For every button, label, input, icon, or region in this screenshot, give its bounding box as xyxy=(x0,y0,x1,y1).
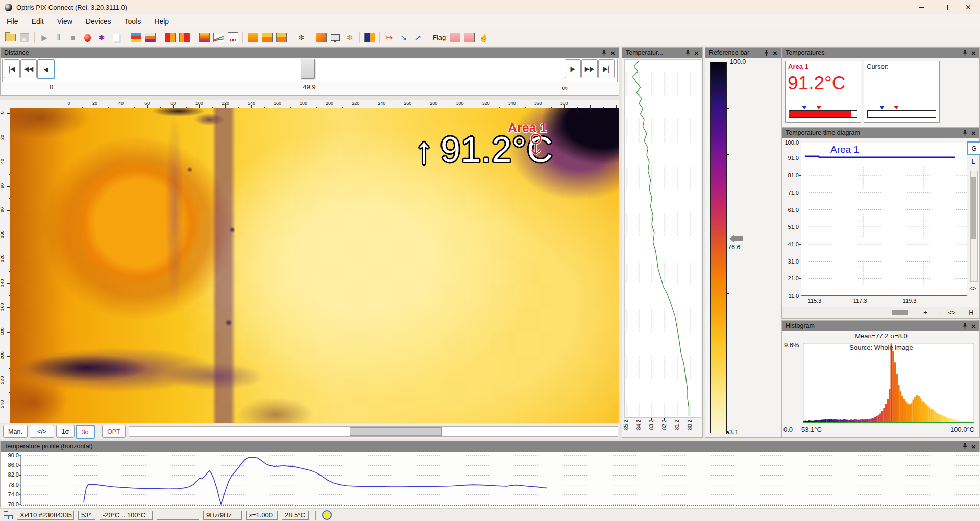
copy-icon[interactable] xyxy=(109,31,122,44)
alarm-bar-icon-1[interactable] xyxy=(260,31,274,44)
close-icon[interactable] xyxy=(969,49,978,57)
temp-range-icon-1[interactable] xyxy=(163,31,177,44)
temp-range-icon-2[interactable] xyxy=(178,31,191,44)
lamp-icon[interactable] xyxy=(322,510,332,520)
distance-panel-header[interactable]: Distance xyxy=(1,48,619,58)
maximize-button[interactable] xyxy=(933,0,957,14)
distance-slider-thumb[interactable] xyxy=(301,59,315,79)
image-tools-icon[interactable]: ✻ xyxy=(343,31,356,44)
close-icon[interactable] xyxy=(969,322,978,330)
temperature-range-field[interactable]: -20°C .. 100°C xyxy=(100,511,153,520)
import-arrow-icon[interactable]: ↘ xyxy=(397,31,410,44)
flag-image-icon[interactable] xyxy=(363,31,376,44)
play-icon[interactable]: ▶ xyxy=(38,31,51,44)
sub-image-icon-1[interactable] xyxy=(448,31,461,44)
record-icon[interactable] xyxy=(81,31,94,44)
reference-bar-header[interactable]: Reference bar xyxy=(705,48,781,58)
minimize-button[interactable] xyxy=(910,0,933,14)
distance-first-button[interactable]: |◀ xyxy=(4,59,20,78)
sub-image-icon-2[interactable] xyxy=(462,31,476,44)
pin-icon[interactable] xyxy=(600,49,608,57)
pin-icon[interactable] xyxy=(961,129,969,137)
global-scaling-button[interactable]: G xyxy=(967,141,980,155)
image-tab-3[interactable]: 3σ xyxy=(76,425,95,439)
menu-view[interactable]: View xyxy=(51,15,79,28)
distance-last-button[interactable]: ▶| xyxy=(598,59,615,78)
open-layout-icon[interactable] xyxy=(4,31,17,44)
menu-help[interactable]: Help xyxy=(148,15,176,28)
diagram-button-H[interactable]: H xyxy=(966,308,977,317)
pin-icon[interactable] xyxy=(961,49,969,57)
distance-forward-button[interactable]: ▶▶ xyxy=(581,59,598,78)
hotspot-arrow-icon: ↑ xyxy=(414,132,433,170)
menu-edit[interactable]: Edit xyxy=(25,15,51,28)
temp-range-icon-2 xyxy=(179,33,190,42)
device-name-field[interactable]: Xi410 #23084335 xyxy=(17,511,74,520)
monitor-icon[interactable] xyxy=(329,31,342,44)
image-scrollbar-thumb[interactable] xyxy=(350,427,442,436)
close-icon[interactable] xyxy=(771,49,779,57)
distance-step-back-button[interactable]: ◀ xyxy=(37,59,55,79)
emissivity-field[interactable]: ε=1.000 xyxy=(246,511,278,520)
close-icon[interactable] xyxy=(608,49,617,57)
isotherm-icon[interactable] xyxy=(314,31,328,44)
diagram-hzoom-button[interactable]: <> xyxy=(967,284,979,292)
hand-tool-icon[interactable]: ☝ xyxy=(477,31,490,44)
pin-icon[interactable] xyxy=(961,322,969,330)
close-icon[interactable] xyxy=(692,49,701,57)
diagram-button-[interactable]: - xyxy=(934,308,945,317)
temperatures-header[interactable]: Temperatures xyxy=(782,48,979,58)
ambient-temp-field[interactable]: 28.5°C xyxy=(282,511,309,520)
pin-icon[interactable] xyxy=(683,49,692,57)
measure-points-icon[interactable] xyxy=(226,31,239,44)
diagram-vscrollbar-thumb[interactable] xyxy=(971,177,976,239)
close-icon[interactable] xyxy=(969,442,978,451)
palette-icon-2[interactable] xyxy=(143,31,157,44)
close-button[interactable] xyxy=(957,0,980,14)
temp-arrow-icon[interactable] xyxy=(246,31,259,44)
stop-icon[interactable]: ■ xyxy=(66,31,80,44)
vertical-profile-chart xyxy=(624,59,701,418)
diagram-vscrollbar[interactable] xyxy=(970,171,978,282)
alarm-bar-icon-2[interactable] xyxy=(275,31,288,44)
angle-field[interactable]: 53° xyxy=(78,511,95,520)
framerate-field[interactable]: 9Hz/9Hz xyxy=(203,511,242,520)
image-tab-1[interactable]: 1σ xyxy=(56,425,75,438)
upload-arrow-icon[interactable]: ↗ xyxy=(411,31,425,44)
distance-rewind-button[interactable]: ◀◀ xyxy=(20,59,37,78)
histogram-header[interactable]: Histogram xyxy=(782,321,979,331)
area-1-measure-box[interactable]: Area 1 91.2°C xyxy=(785,61,861,123)
thermal-image[interactable]: Area 1 ↑ 91.2°C xyxy=(10,108,619,423)
menu-file[interactable]: File xyxy=(0,15,25,28)
spare-field[interactable] xyxy=(157,511,199,520)
snapshot-icon[interactable]: ✱ xyxy=(95,31,108,44)
tools-icon[interactable]: ✻ xyxy=(295,31,308,44)
pin-icon[interactable] xyxy=(961,442,969,451)
save-layout-icon[interactable] xyxy=(18,31,31,44)
horizontal-profile-header[interactable]: Temperature profile (horizontal) xyxy=(1,441,979,452)
profile-chart-icon[interactable] xyxy=(212,31,225,44)
close-icon[interactable] xyxy=(969,129,978,137)
pause-icon[interactable]: Ⅱ xyxy=(52,31,65,44)
image-scrollbar[interactable] xyxy=(129,426,618,437)
palette-icon-1[interactable] xyxy=(129,31,142,44)
menu-devices[interactable]: Devices xyxy=(79,15,118,28)
distance-step-forward-button[interactable]: ▶ xyxy=(565,59,581,78)
pin-icon[interactable] xyxy=(762,49,771,57)
local-scaling-button[interactable]: L xyxy=(969,156,978,167)
export-arrow-icon[interactable]: ↦ xyxy=(383,31,396,44)
image-tab-[interactable]: </> xyxy=(30,425,54,438)
reference-bar-icon[interactable] xyxy=(198,31,211,44)
time-diagram-header[interactable]: Temperature time diagram xyxy=(782,128,979,138)
menu-tools[interactable]: Tools xyxy=(118,15,148,28)
temperature-scale-gradient[interactable] xyxy=(710,62,727,433)
image-tab-man[interactable]: Man. xyxy=(3,425,28,438)
diagram-button-[interactable]: + xyxy=(920,308,931,317)
flag-label[interactable]: Flag xyxy=(431,34,448,41)
scale-pointer-arrow-icon[interactable] xyxy=(729,234,743,243)
diagram-button-[interactable]: <> xyxy=(946,308,958,317)
image-tab-opt[interactable]: OPT xyxy=(102,425,126,438)
vertical-profile-header[interactable]: Temperatur... xyxy=(622,48,702,58)
diagram-hscrollbar-thumb[interactable] xyxy=(892,310,908,315)
cursor-measure-box[interactable]: Cursor: xyxy=(864,61,940,123)
